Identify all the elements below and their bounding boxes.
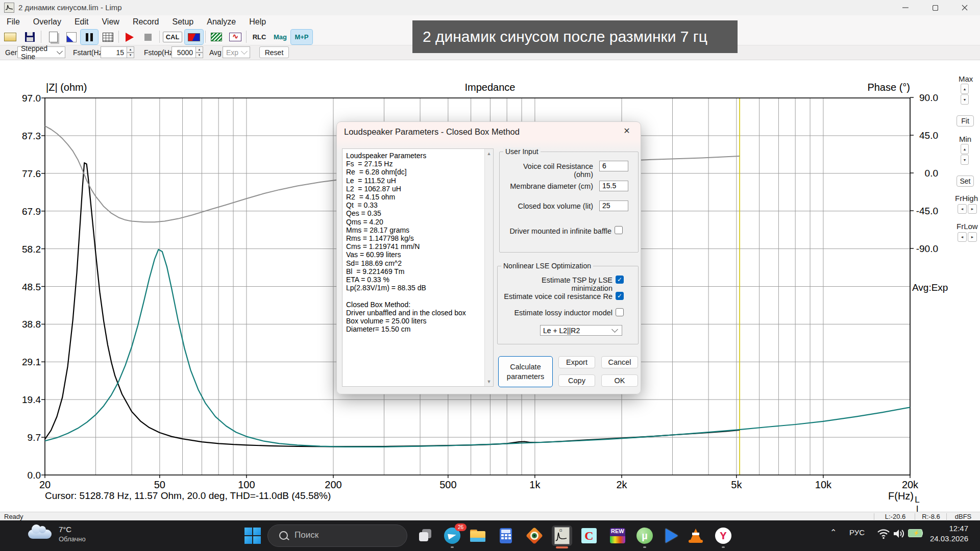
calibrate-button-label: CAL bbox=[163, 32, 183, 42]
fstop-label: Fstop(Hz) bbox=[144, 48, 175, 57]
taskbar-icon-media-play[interactable] bbox=[662, 525, 682, 546]
calibrate-button[interactable]: CAL bbox=[162, 30, 183, 44]
taskbar-icon-calculator[interactable] bbox=[496, 525, 516, 546]
input-closed-box-volume[interactable]: 25 bbox=[599, 201, 628, 211]
weather-temp[interactable]: 7°C bbox=[59, 525, 71, 534]
tray-date[interactable]: 24.03.2026 bbox=[927, 534, 968, 543]
pause-button[interactable] bbox=[81, 30, 98, 44]
estimate-label: Estimate TSP by LSE minimization bbox=[501, 276, 612, 292]
x-tick: 2k bbox=[601, 479, 642, 491]
fstart-label: Fstart(Hz) bbox=[73, 48, 105, 57]
menu-item-overlay[interactable]: Overlay bbox=[27, 15, 68, 29]
status-ready: Ready bbox=[4, 513, 23, 520]
reset-button[interactable]: Reset bbox=[259, 46, 289, 58]
search-input[interactable]: Поиск bbox=[267, 524, 407, 547]
menu-item-setup[interactable]: Setup bbox=[165, 15, 200, 29]
x-tick: 10k bbox=[803, 479, 844, 491]
spectrum-icon bbox=[211, 33, 222, 41]
taskbar-icon-rew[interactable]: REW bbox=[607, 525, 628, 546]
taskbar-icon-eye-app[interactable] bbox=[524, 525, 545, 546]
taskbar-icon-limp[interactable]: Ω bbox=[552, 525, 572, 546]
baffle-checkbox[interactable] bbox=[615, 226, 623, 234]
taskbar-icon-utorrent[interactable]: µ bbox=[634, 525, 655, 546]
tray-chevron-up-icon[interactable]: ⌃ bbox=[830, 528, 837, 537]
fstop-input[interactable]: 5000 bbox=[172, 46, 196, 58]
export-button[interactable]: Export bbox=[558, 356, 595, 368]
tray-time[interactable]: 12:47 bbox=[938, 524, 968, 533]
y-left-tick: 97.0 bbox=[4, 93, 41, 104]
mag-phase-button[interactable]: M+P bbox=[291, 30, 312, 44]
scroll-down-icon[interactable]: ▼ bbox=[485, 379, 493, 384]
menu-item-view[interactable]: View bbox=[95, 15, 126, 29]
frlow-arrows[interactable]: ◄► bbox=[958, 232, 977, 242]
estimate-checkbox-0[interactable]: ✓ bbox=[616, 276, 624, 284]
menu-item-record[interactable]: Record bbox=[126, 15, 166, 29]
taskbar: 7°C Облачно Поиск 26ΩCREWµY ⌃ РУС bbox=[0, 520, 980, 551]
open-file-button[interactable] bbox=[2, 30, 18, 44]
estimate-checkbox-2[interactable] bbox=[616, 308, 624, 316]
fstart-input[interactable]: 15 bbox=[101, 46, 127, 58]
save-file-button[interactable] bbox=[21, 30, 38, 44]
frhigh-arrows[interactable]: ◄► bbox=[958, 204, 977, 214]
battery-icon[interactable]: ⚡ bbox=[908, 529, 922, 537]
input-membrane-diameter[interactable]: 15.5 bbox=[599, 181, 628, 191]
start-button[interactable] bbox=[244, 527, 261, 544]
cancel-button[interactable]: Cancel bbox=[601, 356, 638, 368]
ok-button[interactable]: OK bbox=[601, 374, 638, 387]
copy-button[interactable]: Copy bbox=[558, 374, 595, 387]
parameters-listbox[interactable]: Loudspeaker Parameters Fs = 27.15 Hz Re … bbox=[342, 148, 494, 387]
record-start-button[interactable] bbox=[121, 30, 138, 44]
table-view-button[interactable] bbox=[99, 30, 116, 44]
menu-item-help[interactable]: Help bbox=[242, 15, 273, 29]
avg-mode-display: Avg:Exp bbox=[912, 282, 948, 293]
taskbar-icon-yandex[interactable]: Y bbox=[713, 525, 733, 546]
input-label: Voice coil Resistance (ohm) bbox=[505, 162, 593, 179]
generator-select[interactable]: Stepped Sine bbox=[17, 46, 65, 58]
taskbar-icon-explorer[interactable] bbox=[468, 525, 488, 546]
rlc-button-label: RLC bbox=[253, 33, 266, 41]
svg-text:Ω: Ω bbox=[559, 529, 562, 532]
input-voice-coil-resistance[interactable]: 6 bbox=[599, 161, 628, 171]
rlc-button[interactable]: RLC bbox=[249, 30, 270, 44]
avg-select[interactable]: Exp bbox=[223, 46, 250, 58]
sine-button[interactable]: ∿ bbox=[227, 30, 244, 44]
y-left-tick: 77.6 bbox=[4, 168, 41, 180]
calculate-parameters-button[interactable]: Calculate parameters bbox=[498, 356, 553, 387]
close-button[interactable] bbox=[950, 0, 979, 15]
magnitude-button[interactable]: Mag bbox=[271, 30, 290, 44]
copy-page-button[interactable] bbox=[45, 30, 61, 44]
dialog-close-icon[interactable]: ✕ bbox=[621, 126, 632, 136]
menu-item-file[interactable]: File bbox=[0, 15, 27, 29]
wifi-icon[interactable] bbox=[877, 528, 890, 540]
fit-button[interactable]: Fit bbox=[957, 115, 974, 127]
listbox-scrollbar[interactable]: ▲ ▼ bbox=[484, 149, 493, 386]
generator-button[interactable] bbox=[185, 30, 203, 44]
overlay-button[interactable] bbox=[63, 30, 80, 44]
taskbar-icon-telegram[interactable]: 26 bbox=[442, 525, 462, 546]
weather-condition[interactable]: Облачно bbox=[59, 535, 86, 543]
minimize-button[interactable] bbox=[891, 0, 920, 15]
sine-icon: ∿ bbox=[229, 33, 241, 41]
taskbar-icon-task-view[interactable] bbox=[415, 525, 436, 546]
maximize-button[interactable] bbox=[920, 0, 950, 15]
set-button[interactable]: Set bbox=[957, 176, 974, 187]
x-tick: 200 bbox=[313, 479, 354, 491]
max-spinner[interactable]: ▲▼ bbox=[961, 84, 969, 105]
inductor-model-select[interactable]: Le + L2||R2 bbox=[540, 325, 622, 336]
min-spinner[interactable]: ▲▼ bbox=[961, 144, 969, 165]
fstop-spinner[interactable]: ▲▼ bbox=[195, 46, 203, 58]
estimate-checkbox-1[interactable]: ✓ bbox=[616, 292, 624, 300]
menu-item-edit[interactable]: Edit bbox=[68, 15, 95, 29]
fstart-spinner[interactable]: ▲▼ bbox=[127, 46, 134, 58]
spectrum-button[interactable] bbox=[208, 30, 225, 44]
copy-page-icon bbox=[49, 32, 58, 42]
record-stop-button[interactable] bbox=[140, 30, 156, 44]
language-indicator[interactable]: РУС bbox=[849, 528, 865, 537]
scroll-up-icon[interactable]: ▲ bbox=[485, 151, 493, 156]
volume-icon[interactable] bbox=[893, 528, 906, 540]
mag-phase-button-label: M+P bbox=[295, 33, 308, 41]
taskbar-icon-vlc[interactable] bbox=[685, 525, 706, 546]
weather-icon[interactable] bbox=[28, 530, 52, 539]
menu-item-analyze[interactable]: Analyze bbox=[200, 15, 242, 29]
taskbar-icon-c-app[interactable]: C bbox=[579, 525, 599, 546]
